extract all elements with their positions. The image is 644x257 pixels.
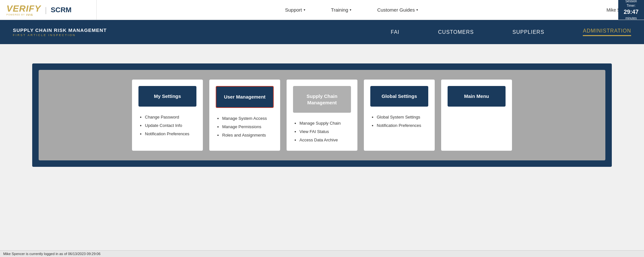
customer-guides-nav-link[interactable]: Customer Guides ▾ (377, 7, 418, 13)
brand: SUPPLY CHAIN RISK MANAGEMENT FIRST ARTIC… (13, 27, 107, 37)
powered-by-label: POWERED BY (6, 14, 25, 16)
support-nav-link[interactable]: Support ▾ (285, 7, 305, 13)
logo-verify-text: VERIFY (6, 4, 41, 14)
list-item: Update Contact Info (145, 121, 196, 130)
session-label: SessionTimer: (622, 0, 640, 8)
session-unit: minutes (622, 16, 640, 21)
content-area: My SettingsChange PasswordUpdate Contact… (0, 44, 644, 186)
main-nav-customers[interactable]: CUSTOMERS (438, 29, 474, 35)
training-nav-link[interactable]: Training ▾ (331, 7, 352, 13)
my-settings-button[interactable]: My Settings (138, 86, 196, 107)
training-arrow-icon: ▾ (350, 8, 351, 12)
logo-powered-by: POWERED BY IVIS (6, 13, 41, 16)
list-item: View FAI Status (299, 128, 351, 136)
main-nav-links: FAI CUSTOMERS SUPPLIERS ADMINISTRATION (126, 28, 631, 36)
customer-guides-label: Customer Guides (377, 7, 415, 13)
logo-scrm: SCRM (51, 6, 71, 14)
card-main-menu: Main Menu (441, 80, 512, 151)
list-item: Notification Preferences (377, 121, 428, 130)
logo-verify-wrapper: VERIFY POWERED BY IVIS (6, 4, 41, 16)
top-nav: VERIFY POWERED BY IVIS | SCRM Support ▾ … (0, 0, 644, 20)
training-label: Training (331, 7, 348, 13)
session-time: 29:47 (622, 8, 640, 16)
main-nav-suppliers[interactable]: SUPPLIERS (512, 29, 544, 35)
global-settings-list: Global System SettingsNotification Prefe… (370, 113, 428, 130)
list-item: Manage System Access (222, 114, 274, 123)
card-user-management: User ManagementManage System AccessManag… (209, 80, 280, 151)
card-supply-chain-management: Supply Chain ManagementManage Supply Cha… (287, 80, 357, 151)
customer-guides-arrow-icon: ▾ (416, 8, 418, 12)
main-nav-administration[interactable]: ADMINISTRATION (583, 28, 631, 36)
cards-container: My SettingsChange PasswordUpdate Contact… (39, 70, 605, 160)
list-item: Manage Permissions (222, 123, 274, 131)
brand-title: SUPPLY CHAIN RISK MANAGEMENT (13, 27, 107, 33)
list-item: Notification Preferences (145, 130, 196, 138)
main-nav: SUPPLY CHAIN RISK MANAGEMENT FIRST ARTIC… (0, 20, 644, 44)
support-label: Support (285, 7, 302, 13)
main-menu-button[interactable]: Main Menu (448, 86, 506, 107)
top-nav-links: Support ▾ Training ▾ Customer Guides ▾ (97, 7, 606, 13)
list-item: Access Data Archive (299, 136, 351, 144)
logo-verify: VERIFY POWERED BY IVIS (6, 4, 41, 16)
supply-chain-management-list: Manage Supply ChainView FAI StatusAccess… (293, 119, 351, 144)
card-global-settings: Global SettingsGlobal System SettingsNot… (364, 80, 435, 151)
status-text: Mike Spencer is currently logged in as o… (3, 252, 100, 256)
global-settings-button[interactable]: Global Settings (370, 86, 428, 107)
list-item: Change Password (145, 113, 196, 121)
user-management-list: Manage System AccessManage PermissionsRo… (216, 114, 274, 139)
my-settings-list: Change PasswordUpdate Contact InfoNotifi… (138, 113, 196, 138)
session-timer: SessionTimer: 29:47 minutes (618, 0, 644, 20)
list-item: Global System Settings (377, 113, 428, 121)
logo-section: VERIFY POWERED BY IVIS | SCRM (6, 0, 97, 20)
list-item: Roles and Assignments (222, 131, 274, 139)
ivis-label: IVIS (26, 13, 33, 16)
list-item: Manage Supply Chain (299, 119, 351, 128)
logo-divider: | (45, 5, 47, 14)
user-management-button[interactable]: User Management (216, 86, 274, 108)
supply-chain-management-button[interactable]: Supply Chain Management (293, 86, 351, 113)
brand-subtitle: FIRST ARTICLE INSPECTION (13, 33, 107, 37)
support-arrow-icon: ▾ (304, 8, 305, 12)
main-nav-fai[interactable]: FAI (391, 29, 400, 35)
card-my-settings: My SettingsChange PasswordUpdate Contact… (132, 80, 203, 151)
status-bar: Mike Spencer is currently logged in as o… (0, 250, 644, 257)
admin-panel: My SettingsChange PasswordUpdate Contact… (32, 63, 612, 167)
